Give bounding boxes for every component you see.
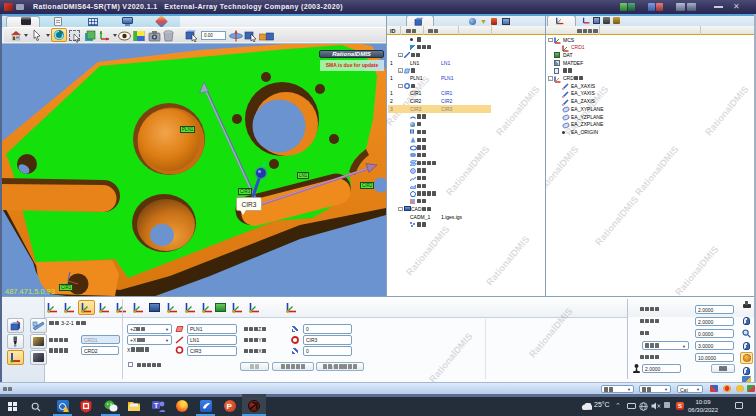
svg-text:487.471,5.0,93: 487.471,5.0,93 bbox=[5, 287, 55, 296]
svg-text:T: T bbox=[154, 402, 159, 409]
